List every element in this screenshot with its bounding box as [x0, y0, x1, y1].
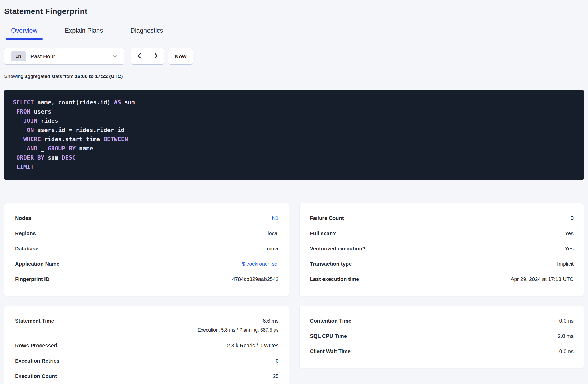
row-full-scan: Full scan? Yes [310, 230, 574, 237]
rows-processed-label: Rows Processed [15, 342, 57, 349]
bottom-cards: Statement Time 6.6 ms Execution: 5.8 ms … [4, 306, 584, 384]
regions-label: Regions [15, 230, 36, 237]
row-vectorized-execution: Vectorized execution? Yes [310, 245, 574, 252]
database-label: Database [15, 245, 38, 252]
sql-line: FROM users [13, 107, 575, 116]
sql-cpu-time-label: SQL CPU Time [310, 333, 347, 339]
row-last-execution-time: Last execution time Apr 29, 2024 at 17:1… [310, 276, 574, 282]
sql-line: LIMIT _ [13, 162, 575, 171]
statement-time-value-group: 6.6 ms Execution: 5.8 ms / Planning: 687… [198, 318, 279, 333]
contention-time-label: Contention Time [310, 318, 351, 324]
application-name-label: Application Name [15, 261, 59, 267]
rows-processed-value: 2.3 k Reads / 0 Writes [227, 342, 278, 349]
sql-line: SELECT name, count(rides.id) AS sum [13, 98, 575, 107]
next-range-button[interactable] [148, 48, 164, 64]
database-value: movr [267, 245, 278, 252]
fingerprint-id-value: 4784cb829aab2542 [232, 276, 279, 282]
time-range-select[interactable]: 1h Past Hour [4, 48, 124, 65]
row-fingerprint-id: Fingerprint ID 4784cb829aab2542 [15, 276, 279, 282]
row-contention-time: Contention Time 0.0 ns [310, 318, 574, 324]
failure-count-value: 0 [571, 215, 574, 221]
fingerprint-id-label: Fingerprint ID [15, 276, 49, 282]
tab-overview-label: Overview [11, 27, 37, 34]
row-database: Database movr [15, 245, 279, 252]
vectorized-execution-label: Vectorized execution? [310, 245, 366, 252]
failure-count-label: Failure Count [310, 215, 344, 221]
full-scan-value: Yes [565, 230, 574, 237]
sql-line: JOIN rides [13, 116, 575, 125]
prev-range-button[interactable] [131, 48, 148, 64]
sql-line: ORDER BY sum DESC [13, 153, 575, 162]
row-execution-retries: Execution Retries 0 [15, 358, 279, 364]
row-sql-cpu-time: SQL CPU Time 2.0 ms [310, 333, 574, 339]
nodes-label: Nodes [15, 215, 31, 221]
page-title: Statement Fingerprint [4, 0, 584, 16]
sql-cpu-time-value: 2.0 ms [558, 333, 574, 339]
tab-diagnostics-label: Diagnostics [130, 27, 163, 34]
client-wait-time-value: 0.0 ns [559, 348, 574, 355]
row-failure-count: Failure Count 0 [310, 215, 574, 221]
row-execution-count: Execution Count 25 [15, 373, 279, 379]
row-transaction-type: Transaction type Implicit [310, 261, 574, 267]
sql-statement-box: SELECT name, count(rides.id) AS sum FROM… [4, 90, 584, 180]
vectorized-execution-value: Yes [565, 245, 574, 252]
transaction-type-label: Transaction type [310, 261, 352, 267]
statement-time-label: Statement Time [15, 318, 54, 324]
chevron-down-icon [112, 53, 118, 60]
statement-fingerprint-page: Statement Fingerprint Overview Explain P… [0, 0, 588, 384]
wait-times-card: Contention Time 0.0 ns SQL CPU Time 2.0 … [299, 306, 584, 368]
execution-count-value: 25 [273, 373, 278, 379]
row-application-name: Application Name $ cockroach sql [15, 261, 279, 267]
transaction-type-value: Implicit [557, 261, 574, 267]
now-button[interactable]: Now [168, 48, 193, 65]
tab-diagnostics[interactable]: Diagnostics [125, 27, 168, 39]
chevron-left-icon [136, 52, 143, 60]
execution-count-label: Execution Count [15, 373, 57, 379]
aggregated-stats-text: Showing aggregated stats from16:00 to 17… [4, 73, 584, 79]
execution-retries-label: Execution Retries [15, 358, 59, 364]
nodes-value-link[interactable]: N1 [272, 215, 279, 221]
tab-explain-plans-label: Explain Plans [65, 27, 103, 34]
row-client-wait-time: Client Wait Time 0.0 ns [310, 348, 574, 355]
time-range-badge: 1h [11, 51, 26, 61]
row-rows-processed: Rows Processed 2.3 k Reads / 0 Writes [15, 342, 279, 349]
row-regions: Regions local [15, 230, 279, 237]
execution-attributes-card: Failure Count 0 Full scan? Yes Vectorize… [299, 203, 584, 296]
statement-time-value: 6.6 ms [263, 318, 278, 324]
aggregated-stats-prefix: Showing aggregated stats from [4, 73, 73, 79]
contention-time-value: 0.0 ns [559, 318, 574, 324]
execution-stats-card: Statement Time 6.6 ms Execution: 5.8 ms … [4, 306, 289, 384]
tab-overview[interactable]: Overview [6, 27, 43, 39]
tab-bar: Overview Explain Plans Diagnostics [4, 27, 584, 39]
top-cards: Nodes N1 Regions local Database movr App… [4, 203, 584, 296]
application-name-value-link[interactable]: $ cockroach sql [242, 261, 279, 267]
statement-time-subvalue: Execution: 5.8 ms / Planning: 687.5 µs [198, 327, 279, 333]
last-execution-time-label: Last execution time [310, 276, 359, 282]
regions-value: local [268, 230, 278, 237]
time-range-arrows [131, 48, 164, 65]
tab-explain-plans[interactable]: Explain Plans [59, 27, 108, 39]
client-wait-time-label: Client Wait Time [310, 348, 351, 355]
execution-retries-value: 0 [276, 358, 278, 364]
aggregated-stats-range: 16:00 to 17:22 (UTC) [75, 73, 123, 79]
full-scan-label: Full scan? [310, 230, 336, 237]
sql-line: AND _ GROUP BY name [13, 144, 575, 153]
sql-line: WHERE rides.start_time BETWEEN _ [13, 135, 575, 144]
row-nodes: Nodes N1 [15, 215, 279, 221]
chevron-right-icon [153, 52, 160, 60]
time-range-label: Past Hour [31, 53, 55, 60]
statement-details-card: Nodes N1 Regions local Database movr App… [4, 203, 289, 296]
last-execution-time-value: Apr 29, 2024 at 17:18 UTC [511, 276, 574, 282]
sql-line: ON users.id = rides.rider_id [13, 125, 575, 135]
time-toolbar: 1h Past Hour Now [4, 48, 584, 65]
row-statement-time: Statement Time 6.6 ms Execution: 5.8 ms … [15, 318, 279, 333]
